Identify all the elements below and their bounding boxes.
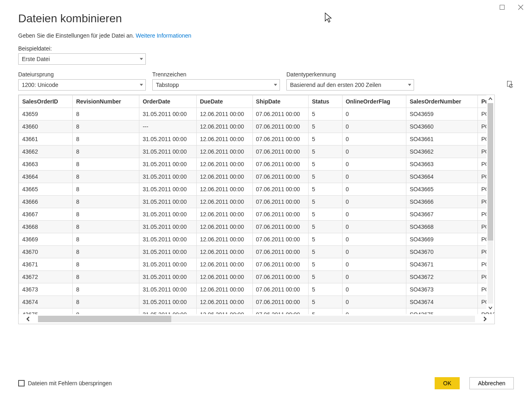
cell-salesordernumber: SO43665 <box>406 183 478 196</box>
cell-salesordernumber: SO43671 <box>406 258 478 271</box>
cell-shipdate: 07.06.2011 00:00 <box>252 221 309 233</box>
table-row[interactable]: 43673831.05.2011 00:0012.06.2011 00:0007… <box>19 283 495 296</box>
cell-salesordernumber: SO43669 <box>406 233 478 246</box>
table-row[interactable]: 43661831.05.2011 00:0012.06.2011 00:0007… <box>19 133 495 146</box>
table-row[interactable]: 43664831.05.2011 00:0012.06.2011 00:0007… <box>19 171 495 183</box>
cell-revisionnumber: 8 <box>73 208 139 221</box>
cell-onlineorderflag: 0 <box>342 146 406 158</box>
skip-errors-checkbox[interactable] <box>18 380 25 386</box>
table-row[interactable]: 43668831.05.2011 00:0012.06.2011 00:0007… <box>19 221 495 233</box>
cancel-button[interactable]: Abbrechen <box>469 377 514 389</box>
cell-revisionnumber: 8 <box>73 258 139 271</box>
delimiter-label: Trennzeichen <box>152 71 280 78</box>
type-detection-dropdown[interactable]: Basierend auf den ersten 200 Zeilen <box>286 79 414 91</box>
scroll-right-icon[interactable] <box>475 314 494 324</box>
cell-salesorderid: 43666 <box>19 196 73 208</box>
cell-duedate: 12.06.2011 00:00 <box>196 108 252 120</box>
column-header-salesorderid[interactable]: SalesOrderID <box>19 95 73 108</box>
refresh-icon[interactable] <box>506 83 514 90</box>
cell-salesordernumber: SO43661 <box>406 133 478 146</box>
cell-duedate: 12.06.2011 00:00 <box>196 221 252 233</box>
cell-shipdate: 07.06.2011 00:00 <box>252 296 309 308</box>
maximize-icon[interactable] <box>499 4 505 11</box>
cell-status: 5 <box>309 296 342 308</box>
cell-status: 5 <box>309 183 342 196</box>
table-row[interactable]: 43659831.05.2011 00:0012.06.2011 00:0007… <box>19 108 495 120</box>
type-detection-value: Basierend auf den ersten 200 Zeilen <box>290 82 381 88</box>
column-header-revisionnumber[interactable]: RevisionNumber <box>73 95 139 108</box>
cell-status: 5 <box>309 208 342 221</box>
cell-revisionnumber: 8 <box>73 133 139 146</box>
ok-button[interactable]: OK <box>435 377 460 389</box>
vertical-scrollbar[interactable] <box>486 95 494 312</box>
table-row[interactable]: 43672831.05.2011 00:0012.06.2011 00:0007… <box>19 271 495 283</box>
cell-orderdate: 31.05.2011 00:00 <box>139 171 197 183</box>
cell-orderdate: 31.05.2011 00:00 <box>139 271 197 283</box>
close-icon[interactable] <box>517 4 524 11</box>
horizontal-scroll-track[interactable] <box>38 316 475 322</box>
cell-revisionnumber: 8 <box>73 271 139 283</box>
cell-orderdate: 31.05.2011 00:00 <box>139 258 197 271</box>
table-row[interactable]: 43671831.05.2011 00:0012.06.2011 00:0007… <box>19 258 495 271</box>
cell-status: 5 <box>309 171 342 183</box>
sample-file-label: Beispieldatei: <box>18 45 514 52</box>
scroll-up-icon[interactable] <box>486 95 494 103</box>
cell-onlineorderflag: 0 <box>342 296 406 308</box>
more-info-link[interactable]: Weitere Informationen <box>136 32 191 39</box>
cell-salesorderid: 43672 <box>19 271 73 283</box>
horizontal-scroll-thumb[interactable] <box>38 316 171 322</box>
cell-salesorderid: 43670 <box>19 246 73 258</box>
table-row[interactable]: 43665831.05.2011 00:0012.06.2011 00:0007… <box>19 183 495 196</box>
dialog-footer: Dateien mit Fehlern überspringen OK Abbr… <box>18 377 514 389</box>
delimiter-dropdown[interactable]: Tabstopp <box>152 79 280 91</box>
preview-table-container: SalesOrderIDRevisionNumberOrderDateDueDa… <box>18 95 495 324</box>
table-row[interactable]: 43670831.05.2011 00:0012.06.2011 00:0007… <box>19 246 495 258</box>
cell-revisionnumber: 8 <box>73 108 139 120</box>
column-header-status[interactable]: Status <box>309 95 342 108</box>
cell-onlineorderflag: 0 <box>342 258 406 271</box>
dialog-title: Dateien kombinieren <box>18 12 514 25</box>
cell-onlineorderflag: 0 <box>342 171 406 183</box>
horizontal-scrollbar[interactable] <box>19 314 494 324</box>
type-detection-label: Datentyperkennung <box>286 71 414 78</box>
cell-shipdate: 07.06.2011 00:00 <box>252 208 309 221</box>
column-header-shipdate[interactable]: ShipDate <box>252 95 309 108</box>
file-origin-dropdown[interactable]: 1200: Unicode <box>18 79 146 91</box>
cell-revisionnumber: 8 <box>73 146 139 158</box>
scroll-left-icon[interactable] <box>19 314 38 324</box>
table-row[interactable]: 43666831.05.2011 00:0012.06.2011 00:0007… <box>19 196 495 208</box>
column-header-onlineorderflag[interactable]: OnlineOrderFlag <box>342 95 406 108</box>
cell-status: 5 <box>309 221 342 233</box>
column-header-duedate[interactable]: DueDate <box>196 95 252 108</box>
cell-salesordernumber: SO43674 <box>406 296 478 308</box>
cell-revisionnumber: 8 <box>73 296 139 308</box>
cell-onlineorderflag: 0 <box>342 208 406 221</box>
sample-file-dropdown[interactable]: Erste Datei <box>18 53 146 65</box>
table-row[interactable]: 43669831.05.2011 00:0012.06.2011 00:0007… <box>19 233 495 246</box>
vertical-scroll-track[interactable] <box>488 103 493 304</box>
cell-shipdate: 07.06.2011 00:00 <box>252 283 309 296</box>
cell-revisionnumber: 8 <box>73 221 139 233</box>
cell-revisionnumber: 8 <box>73 171 139 183</box>
cell-duedate: 12.06.2011 00:00 <box>196 120 252 133</box>
preview-table: SalesOrderIDRevisionNumberOrderDateDueDa… <box>19 95 495 321</box>
cell-salesorderid: 43668 <box>19 221 73 233</box>
cell-onlineorderflag: 0 <box>342 183 406 196</box>
vertical-scroll-thumb[interactable] <box>488 103 493 241</box>
table-row[interactable]: 43662831.05.2011 00:0012.06.2011 00:0007… <box>19 146 495 158</box>
chevron-down-icon <box>140 84 143 86</box>
cell-status: 5 <box>309 271 342 283</box>
table-row[interactable]: 436608---12.06.2011 00:0007.06.2011 00:0… <box>19 120 495 133</box>
cell-status: 5 <box>309 158 342 171</box>
table-row[interactable]: 43667831.05.2011 00:0012.06.2011 00:0007… <box>19 208 495 221</box>
table-row[interactable]: 43663831.05.2011 00:0012.06.2011 00:0007… <box>19 158 495 171</box>
column-header-salesordernumber[interactable]: SalesOrderNumber <box>406 95 478 108</box>
cell-salesorderid: 43659 <box>19 108 73 120</box>
chevron-down-icon <box>140 58 143 60</box>
cell-onlineorderflag: 0 <box>342 108 406 120</box>
scroll-down-icon[interactable] <box>486 304 494 312</box>
cell-salesorderid: 43665 <box>19 183 73 196</box>
cell-revisionnumber: 8 <box>73 246 139 258</box>
table-row[interactable]: 43674831.05.2011 00:0012.06.2011 00:0007… <box>19 296 495 308</box>
column-header-orderdate[interactable]: OrderDate <box>139 95 197 108</box>
